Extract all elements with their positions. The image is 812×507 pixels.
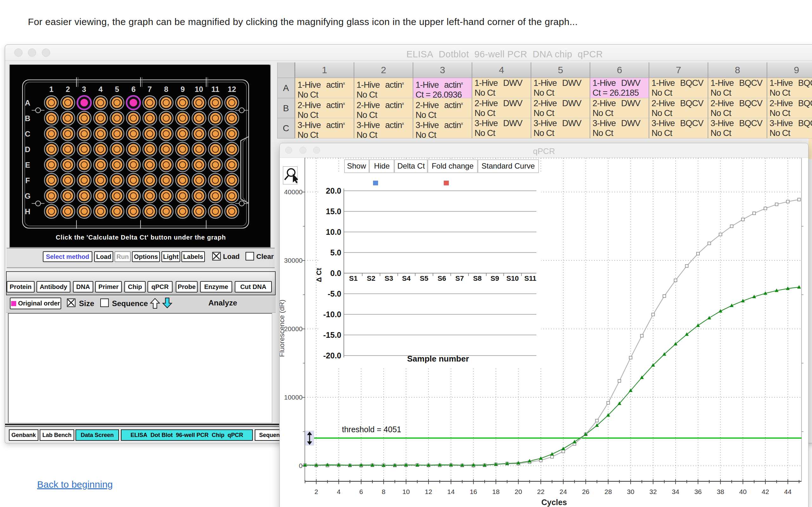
svg-text:6: 6 <box>359 488 363 495</box>
svg-text:5.0: 5.0 <box>330 248 341 257</box>
svg-text:22: 22 <box>537 488 544 495</box>
svg-text:S9: S9 <box>491 274 499 282</box>
svg-text:10: 10 <box>195 85 203 94</box>
svg-text:12: 12 <box>425 488 432 495</box>
svg-text:36: 36 <box>694 488 702 495</box>
svg-text:44: 44 <box>784 488 792 495</box>
svg-text:18: 18 <box>492 488 500 495</box>
svg-text:26: 26 <box>582 488 589 495</box>
svg-text:Cycles: Cycles <box>542 498 567 507</box>
svg-text:2: 2 <box>314 488 318 495</box>
svg-text:Click the 'Calculate Delta Ct': Click the 'Calculate Delta Ct' button un… <box>56 234 226 241</box>
svg-text:B: B <box>25 114 30 123</box>
svg-text:C: C <box>25 130 30 138</box>
svg-text:30: 30 <box>627 488 635 495</box>
svg-text:14: 14 <box>447 488 455 495</box>
svg-text:4: 4 <box>337 488 341 495</box>
svg-text:Show: Show <box>347 162 366 170</box>
svg-text:S10: S10 <box>506 274 519 282</box>
svg-text:G: G <box>25 192 31 200</box>
svg-text:Hide: Hide <box>374 162 390 170</box>
svg-text:15.0: 15.0 <box>326 207 341 216</box>
svg-text:28: 28 <box>605 488 612 495</box>
svg-text:S6: S6 <box>438 274 446 282</box>
svg-text:S5: S5 <box>420 274 428 282</box>
svg-text:-5.0: -5.0 <box>328 289 341 298</box>
svg-text:S11: S11 <box>524 274 537 282</box>
svg-text:E: E <box>25 161 30 169</box>
svg-text:32: 32 <box>649 488 657 495</box>
svg-text:20.0: 20.0 <box>326 186 341 195</box>
svg-text:Delta Ct: Delta Ct <box>397 162 425 170</box>
svg-text:34: 34 <box>672 488 679 495</box>
svg-text:-15.0: -15.0 <box>323 331 341 339</box>
svg-text:S7: S7 <box>455 274 464 282</box>
svg-text:S1: S1 <box>349 274 358 282</box>
svg-text:S4: S4 <box>402 274 411 282</box>
svg-text:S2: S2 <box>367 274 375 282</box>
svg-text:9: 9 <box>181 85 185 94</box>
svg-text:Fluorescence (dR): Fluorescence (dR) <box>280 300 286 357</box>
svg-text:5: 5 <box>115 85 119 94</box>
svg-text:8: 8 <box>382 488 386 495</box>
svg-text:0.0: 0.0 <box>330 269 341 278</box>
svg-text:16: 16 <box>470 488 477 495</box>
svg-text:2: 2 <box>66 85 70 94</box>
svg-text:3: 3 <box>82 85 86 94</box>
svg-text:8: 8 <box>164 85 168 94</box>
svg-text:20: 20 <box>515 488 522 495</box>
svg-text:7: 7 <box>148 85 152 94</box>
svg-text:Fold change: Fold change <box>432 162 473 170</box>
svg-text:S3: S3 <box>385 274 393 282</box>
svg-text:H: H <box>25 207 30 216</box>
svg-text:24: 24 <box>560 488 567 495</box>
svg-text:4: 4 <box>98 85 103 94</box>
svg-text:Standard Curve: Standard Curve <box>481 162 535 170</box>
svg-text:12: 12 <box>228 85 236 94</box>
svg-text:Δ Ct: Δ Ct <box>315 268 323 282</box>
svg-text:A: A <box>25 99 30 107</box>
svg-text:10.0: 10.0 <box>326 228 341 236</box>
svg-text:1: 1 <box>49 85 53 94</box>
svg-text:Sample number: Sample number <box>407 354 469 363</box>
svg-text:10: 10 <box>403 488 410 495</box>
svg-text:F: F <box>26 176 30 185</box>
svg-text:D: D <box>25 145 30 154</box>
svg-text:38: 38 <box>717 488 724 495</box>
svg-text:42: 42 <box>762 488 769 495</box>
svg-text:S8: S8 <box>473 274 482 282</box>
svg-text:6: 6 <box>131 85 136 94</box>
svg-text:threshold = 4051: threshold = 4051 <box>342 425 401 434</box>
svg-text:-20.0: -20.0 <box>323 351 341 360</box>
svg-text:11: 11 <box>211 85 219 94</box>
svg-text:40: 40 <box>740 488 747 495</box>
svg-text:-10.0: -10.0 <box>323 310 341 319</box>
